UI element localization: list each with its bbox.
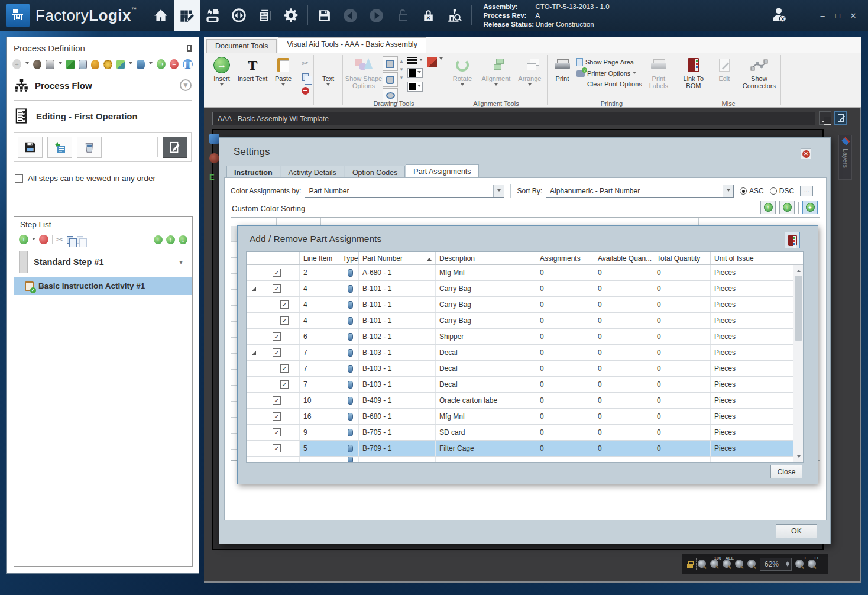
row-checkbox[interactable] bbox=[273, 348, 281, 357]
scroll-down-icon[interactable] bbox=[793, 452, 804, 462]
documents-icon[interactable] bbox=[252, 0, 278, 31]
cut-step-icon[interactable]: ✂ bbox=[56, 235, 63, 244]
maximize-button[interactable]: □ bbox=[830, 11, 846, 20]
home-icon[interactable] bbox=[148, 0, 174, 31]
zoom-in-icon[interactable]: + bbox=[795, 560, 804, 568]
minimize-button[interactable]: – bbox=[815, 11, 830, 20]
step-expand-icon[interactable]: ▾ bbox=[174, 258, 187, 266]
print-button[interactable]: Print bbox=[549, 54, 575, 99]
shape-style-dropdown[interactable] bbox=[427, 54, 443, 67]
print-dropdown-icon[interactable] bbox=[59, 62, 62, 66]
scroll-thumb[interactable] bbox=[795, 276, 802, 341]
gear-green-icon[interactable] bbox=[116, 60, 125, 69]
zoom-fit-all-icon[interactable]: ALL bbox=[723, 560, 731, 568]
shape-scroll-down-icon[interactable]: ▼ bbox=[399, 67, 404, 72]
table-row[interactable]: 16 B-680 - 1 Mfg Mnl 0 0 0 Pieces bbox=[247, 409, 803, 425]
col-description[interactable]: Description bbox=[436, 252, 536, 264]
color-move-down-button[interactable]: ↓ bbox=[779, 201, 795, 214]
zoom-selection-icon[interactable] bbox=[698, 560, 707, 568]
all-steps-checkbox[interactable] bbox=[15, 174, 23, 183]
move-down-icon[interactable]: ↓ bbox=[179, 235, 187, 244]
expander-icon[interactable] bbox=[252, 287, 256, 291]
zoom-level-spinner[interactable]: 62% bbox=[760, 558, 792, 571]
col-part-number[interactable]: Part Number bbox=[359, 252, 436, 264]
save-step-button[interactable] bbox=[18, 137, 43, 158]
edit-button[interactable]: Edit bbox=[709, 54, 740, 99]
expander-icon[interactable] bbox=[252, 351, 256, 355]
row-checkbox[interactable] bbox=[273, 428, 281, 436]
copy-step-icon[interactable] bbox=[67, 236, 73, 244]
bell-icon[interactable] bbox=[91, 60, 99, 69]
binoculars-icon[interactable] bbox=[33, 60, 41, 69]
shape-more-icon[interactable]: ▼─ bbox=[399, 75, 404, 86]
row-checkbox[interactable] bbox=[273, 412, 281, 421]
line-color-dropdown[interactable] bbox=[407, 68, 423, 78]
step-row[interactable]: Standard Step #1 ▾ bbox=[19, 251, 187, 273]
paste-step-icon[interactable] bbox=[77, 236, 83, 244]
show-page-area-button[interactable]: Show Page Area bbox=[575, 56, 643, 68]
back-icon[interactable] bbox=[338, 0, 364, 31]
show-shape-options-button[interactable]: Show Shape Options bbox=[345, 54, 383, 99]
zoom-out-icon[interactable]: − bbox=[747, 560, 756, 568]
table-row[interactable]: 4 B-101 - 1 Carry Bag 0 0 0 Pieces bbox=[247, 281, 803, 297]
move-up-icon[interactable]: ↑ bbox=[166, 235, 175, 244]
more-options-button[interactable]: ... bbox=[800, 186, 813, 196]
printer-options-button[interactable]: Printer Options bbox=[575, 68, 643, 79]
zoom-in-fast-icon[interactable]: ++ bbox=[808, 560, 817, 568]
gear-dropdown-icon[interactable] bbox=[129, 62, 132, 66]
copy-icon[interactable] bbox=[299, 71, 312, 83]
zoom-lock-icon[interactable] bbox=[687, 561, 693, 568]
color-move-up-button[interactable]: ↑ bbox=[760, 201, 776, 214]
add-icon[interactable]: + bbox=[12, 59, 21, 69]
clear-print-options-button[interactable]: Clear Print Options bbox=[575, 79, 643, 89]
ok-button[interactable]: OK bbox=[776, 524, 817, 538]
line-weight-dropdown[interactable] bbox=[407, 57, 423, 64]
close-parts-dialog-button[interactable]: Close bbox=[770, 465, 802, 478]
table-row[interactable]: 4 B-101 - 1 Carry Bag 0 0 0 Pieces bbox=[247, 297, 803, 313]
scroll-up-icon[interactable] bbox=[793, 265, 804, 274]
insert-text-button[interactable]: TInsert Text bbox=[237, 54, 268, 99]
row-checkbox[interactable] bbox=[273, 444, 281, 452]
row-checkbox[interactable] bbox=[280, 364, 289, 373]
add-step-dropdown-icon[interactable] bbox=[32, 238, 35, 242]
shape-rectangle-button[interactable] bbox=[383, 56, 398, 71]
tab-document-tools[interactable]: Document Tools bbox=[206, 39, 277, 53]
pin-icon[interactable] bbox=[187, 45, 192, 52]
table-row[interactable]: 7 B-103 - 1 Decal 0 0 0 Pieces bbox=[247, 361, 803, 377]
add-step-icon[interactable]: + bbox=[19, 235, 28, 244]
col-available-quantity[interactable]: Available Quan... bbox=[594, 252, 653, 264]
pause-icon[interactable]: ❚❚ bbox=[183, 59, 193, 69]
row-checkbox[interactable] bbox=[273, 332, 281, 341]
row-checkbox[interactable] bbox=[273, 269, 281, 277]
pages-icon[interactable] bbox=[819, 111, 831, 125]
row-checkbox[interactable] bbox=[280, 316, 289, 325]
text-button[interactable]: Text bbox=[316, 54, 341, 99]
alignment-button[interactable]: Alignment bbox=[478, 54, 514, 99]
parts-table-scrollbar[interactable] bbox=[793, 265, 803, 462]
cut-icon[interactable]: ✂ bbox=[299, 57, 312, 69]
col-total-quantity[interactable]: Total Quantity bbox=[653, 252, 711, 264]
close-button[interactable]: ✕ bbox=[846, 11, 861, 20]
row-checkbox[interactable] bbox=[273, 396, 281, 405]
col-type[interactable]: Type bbox=[342, 252, 359, 264]
table-row[interactable]: 10 B-409 - 1 Oracle carton labe 0 0 0 Pi… bbox=[247, 393, 803, 409]
process-editor-icon[interactable] bbox=[174, 0, 200, 31]
zoom-100-icon[interactable]: 100 bbox=[710, 560, 719, 568]
delete-step-icon[interactable] bbox=[137, 60, 145, 69]
delete-icon[interactable] bbox=[299, 85, 312, 96]
user-logout-icon[interactable]: ✕ bbox=[770, 5, 788, 25]
distribute-icon[interactable] bbox=[226, 0, 252, 31]
table-row[interactable] bbox=[247, 457, 803, 463]
col-line-item[interactable]: Line Item bbox=[300, 252, 342, 264]
save-icon[interactable] bbox=[312, 0, 338, 31]
remove-step-icon[interactable]: − bbox=[39, 235, 48, 244]
add-activity-icon[interactable]: + bbox=[154, 235, 163, 244]
step-grip[interactable] bbox=[19, 251, 27, 273]
table-row[interactable]: 4 B-101 - 1 Carry Bag 0 0 0 Pieces bbox=[247, 313, 803, 329]
layers-tab[interactable]: Layers bbox=[838, 135, 852, 180]
collapse-icon[interactable]: ▼ bbox=[180, 79, 192, 91]
color-assignments-dropdown[interactable]: Part Number bbox=[305, 185, 504, 198]
edit-mode-button[interactable] bbox=[163, 137, 187, 158]
asc-radio[interactable] bbox=[740, 187, 747, 195]
rotate-button[interactable]: Rotate bbox=[447, 54, 478, 99]
